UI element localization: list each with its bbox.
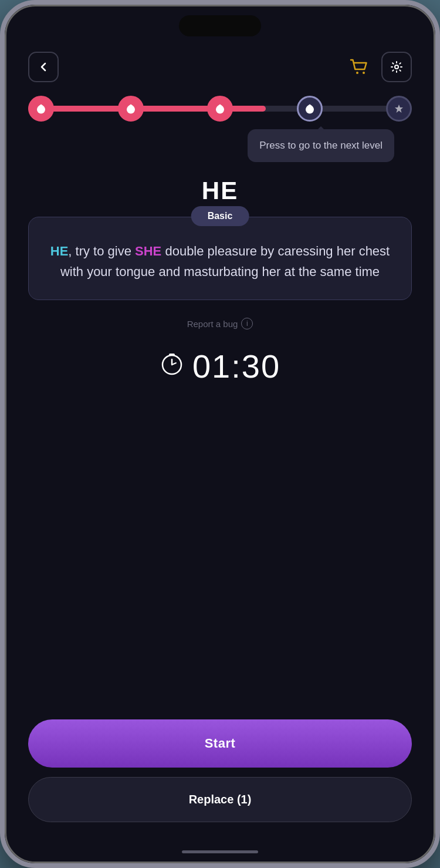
tooltip: Press to go to the next level xyxy=(248,129,394,162)
progress-node-2[interactable] xyxy=(118,96,144,122)
screen: Press to go to the next level HE Basic H… xyxy=(5,5,435,863)
bottom-area: Start Replace (1) xyxy=(28,719,412,840)
card-text-mid: , try to give xyxy=(68,244,135,258)
phone-frame: Press to go to the next level HE Basic H… xyxy=(0,0,440,868)
tooltip-text: Press to go to the next level xyxy=(259,140,383,151)
progress-node-3[interactable] xyxy=(207,96,233,122)
volume-down-button xyxy=(0,234,2,287)
svg-point-0 xyxy=(356,72,358,74)
nav-right xyxy=(344,52,412,82)
power-button xyxy=(438,175,440,257)
he-highlight: HE xyxy=(50,244,69,258)
mute-button xyxy=(0,122,2,157)
replace-button[interactable]: Replace (1) xyxy=(28,777,412,822)
dynamic-island xyxy=(179,15,261,36)
progress-node-1[interactable] xyxy=(28,96,54,122)
report-bug-label: Report a bug xyxy=(187,319,238,329)
card-badge: Basic xyxy=(191,206,249,226)
timer-icon xyxy=(160,351,184,381)
home-indicator xyxy=(5,840,435,863)
svg-point-1 xyxy=(363,72,365,74)
progress-section xyxy=(28,94,412,123)
report-bug[interactable]: Report a bug i xyxy=(28,318,412,329)
home-bar xyxy=(182,850,258,853)
volume-up-button xyxy=(0,169,2,222)
timer-display: 01:30 xyxy=(192,347,280,385)
progress-nodes xyxy=(28,96,412,122)
activity-card: HE, try to give SHE double pleasure by c… xyxy=(28,217,412,300)
card-text: HE, try to give SHE double pleasure by c… xyxy=(46,241,394,282)
back-button[interactable] xyxy=(28,52,59,82)
card-container: Basic HE, try to give SHE double pleasur… xyxy=(28,217,412,300)
svg-rect-5 xyxy=(169,354,175,356)
she-highlight: SHE xyxy=(135,244,161,258)
main-content: Press to go to the next level HE Basic H… xyxy=(5,46,435,840)
cart-button[interactable] xyxy=(344,52,374,82)
main-title: HE xyxy=(28,177,412,205)
timer-section: 01:30 xyxy=(28,347,412,385)
progress-track xyxy=(28,106,412,112)
tooltip-container: Press to go to the next level xyxy=(28,129,394,162)
report-bug-icon: i xyxy=(241,318,253,329)
progress-node-4[interactable] xyxy=(297,96,323,122)
svg-marker-3 xyxy=(395,105,403,113)
progress-node-5[interactable] xyxy=(386,96,412,122)
top-nav xyxy=(28,46,412,94)
svg-point-2 xyxy=(395,65,398,69)
settings-button[interactable] xyxy=(381,52,412,82)
start-button[interactable]: Start xyxy=(28,719,412,768)
